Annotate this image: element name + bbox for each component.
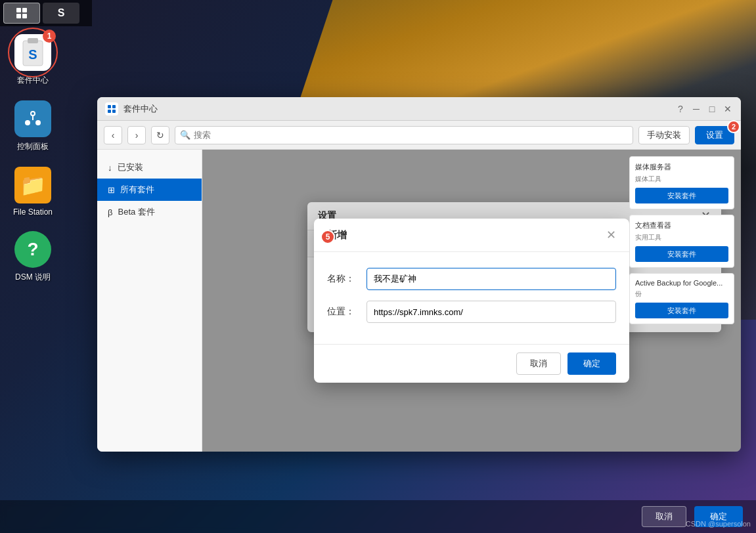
desktop: S S 1 套件中心	[0, 0, 756, 533]
dsm-help-icon-image: ?	[14, 231, 51, 268]
package-center-icon[interactable]: S 1 套件中心	[7, 33, 59, 86]
installed-label: 已安装	[118, 161, 143, 173]
bottom-cancel-button[interactable]: 取消	[642, 506, 686, 527]
beta-icon: β	[108, 207, 112, 217]
manual-install-button[interactable]: 手动安装	[638, 126, 690, 144]
bottom-bar: 取消 确定	[0, 500, 756, 533]
control-panel-label: 控制面板	[17, 141, 49, 152]
svg-rect-3	[22, 14, 27, 18]
svg-rect-1	[22, 8, 27, 12]
svg-point-8	[32, 112, 34, 115]
svg-rect-2	[16, 14, 21, 18]
install-btn-2[interactable]: 安装套件	[635, 246, 728, 262]
minimize-button[interactable]: ─	[691, 104, 701, 114]
settings-label: 设置	[706, 130, 723, 140]
file-station-icon[interactable]: 📁 File Station	[7, 165, 59, 217]
window-title-icon	[105, 102, 118, 116]
sidebar-item-beta[interactable]: β Beta 套件	[97, 201, 202, 223]
name-row: 名称：	[327, 268, 616, 290]
install-btn-1[interactable]: 安装套件	[635, 188, 728, 203]
taskbar-s-button[interactable]: S	[43, 3, 79, 24]
dialog-body: 名称： 位置： 5	[314, 252, 629, 332]
all-packages-icon: ⊞	[108, 185, 115, 195]
sidebar-item-installed[interactable]: ↓ 已安装	[97, 156, 202, 179]
dsm-help-icon[interactable]: ? DSM 说明	[7, 230, 59, 283]
install-btn-3[interactable]: 安装套件	[635, 303, 728, 318]
right-panel: 媒体服务器 媒体工具 安装套件 文档查看器 实用工具 安装套件 Active B…	[623, 150, 741, 331]
new-source-dialog: 新增 ✕ 名称： 位置：	[314, 219, 629, 332]
svg-rect-17	[112, 110, 116, 113]
dialog-header: 新增 ✕	[314, 219, 629, 252]
svg-rect-16	[108, 110, 111, 113]
name-input[interactable]	[367, 268, 616, 290]
search-input[interactable]	[175, 126, 633, 144]
beta-label: Beta 套件	[118, 206, 154, 218]
pkg-card-1: 媒体服务器 媒体工具 安装套件	[629, 156, 734, 209]
pkg-card-2: 文档查看器 实用工具 安装套件	[629, 215, 734, 268]
back-button[interactable]: ‹	[104, 126, 122, 144]
name-label: 名称：	[327, 273, 367, 285]
window-titlebar: 套件中心 ? ─ □ ✕	[97, 97, 741, 121]
dialog-title: 新增	[327, 229, 606, 242]
forward-button[interactable]: ›	[127, 126, 146, 144]
svg-text:S: S	[28, 47, 37, 62]
close-button[interactable]: ✕	[723, 104, 733, 114]
taskbar-grid-button[interactable]	[3, 3, 40, 24]
control-panel-icon-image	[14, 100, 51, 137]
svg-rect-15	[112, 105, 116, 108]
package-center-badge: 1	[43, 30, 56, 43]
svg-rect-5	[28, 38, 38, 43]
control-panel-icon[interactable]: 控制面板	[7, 99, 59, 152]
form-step-badge: 5	[321, 230, 335, 244]
desktop-icons: S 1 套件中心	[7, 33, 59, 283]
search-wrapper: 🔍	[175, 126, 633, 144]
location-input[interactable]	[367, 301, 616, 323]
package-center-label: 套件中心	[17, 75, 49, 86]
window-controls: ? ─ □ ✕	[675, 104, 733, 114]
sidebar: ↓ 已安装 ⊞ 所有套件 β Beta 套件	[97, 150, 202, 452]
dialog-close-button[interactable]: ✕	[606, 228, 616, 242]
location-label: 位置：	[327, 306, 367, 318]
settings-step-badge: 2	[727, 120, 740, 133]
sidebar-item-all-packages[interactable]: ⊞ 所有套件	[97, 179, 202, 201]
refresh-button[interactable]: ↻	[151, 126, 169, 144]
file-station-icon-image: 📁	[14, 167, 51, 203]
settings-button[interactable]: 设置 2	[695, 126, 734, 144]
toolbar: ‹ › ↻ 🔍 手动安装 设置 2	[97, 121, 741, 150]
all-packages-label: 所有套件	[120, 184, 154, 196]
maximize-button[interactable]: □	[707, 104, 717, 114]
main-content: 设置 ✕ 常规 自动更新 套件来源	[202, 150, 741, 452]
location-row: 位置：	[327, 301, 616, 323]
pkg-card-3: Active Backup for Google... 份 安装套件	[629, 273, 734, 324]
help-button[interactable]: ?	[675, 104, 686, 114]
window-body: ↓ 已安装 ⊞ 所有套件 β Beta 套件	[97, 150, 741, 452]
installed-icon: ↓	[108, 163, 112, 173]
svg-rect-14	[108, 105, 111, 108]
svg-rect-0	[16, 8, 21, 12]
watermark: CSDN @supersolon	[686, 520, 751, 528]
taskbar: S	[0, 0, 92, 26]
window-title: 套件中心	[123, 103, 670, 115]
dsm-help-label: DSM 说明	[15, 272, 51, 283]
file-station-label: File Station	[13, 207, 53, 217]
package-center-window: 套件中心 ? ─ □ ✕ ‹ › ↻ 🔍 手动安装 设置 2	[97, 97, 741, 452]
